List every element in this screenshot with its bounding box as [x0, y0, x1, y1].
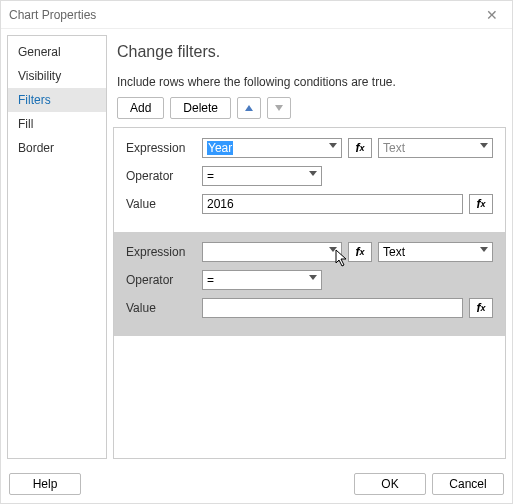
- type-value: Text: [383, 141, 405, 155]
- expression-label: Expression: [126, 245, 196, 259]
- page-title: Change filters.: [117, 43, 502, 61]
- filters-empty-area: [114, 336, 505, 458]
- help-button[interactable]: Help: [9, 473, 81, 495]
- operator-label: Operator: [126, 273, 196, 287]
- fx-button[interactable]: fx: [348, 138, 372, 158]
- expression-value: Year: [207, 141, 233, 155]
- value-input[interactable]: [202, 298, 463, 318]
- dialog-footer: Help OK Cancel: [1, 465, 512, 503]
- expression-combo[interactable]: Year: [202, 138, 342, 158]
- expression-combo[interactable]: [202, 242, 342, 262]
- fx-button[interactable]: fx: [469, 298, 493, 318]
- chart-properties-dialog: Chart Properties ✕ General Visibility Fi…: [0, 0, 513, 504]
- chevron-down-icon: [329, 143, 337, 148]
- main-panel: Change filters. Include rows where the f…: [113, 35, 506, 459]
- type-value: Text: [383, 245, 405, 259]
- sidebar-item-fill[interactable]: Fill: [8, 112, 106, 136]
- chevron-down-icon: [480, 247, 488, 252]
- ok-button[interactable]: OK: [354, 473, 426, 495]
- type-combo[interactable]: Text: [378, 138, 493, 158]
- fx-button[interactable]: fx: [469, 194, 493, 214]
- cancel-button[interactable]: Cancel: [432, 473, 504, 495]
- sidebar-item-border[interactable]: Border: [8, 136, 106, 160]
- titlebar: Chart Properties ✕: [1, 1, 512, 29]
- operator-value: =: [207, 169, 214, 183]
- chevron-down-icon: [329, 247, 337, 252]
- window-title: Chart Properties: [9, 8, 96, 22]
- sidebar: General Visibility Filters Fill Border: [7, 35, 107, 459]
- chevron-down-icon: [309, 275, 317, 280]
- filters-list: Expression Year fx Text Operator: [113, 127, 506, 459]
- arrow-down-icon: [275, 105, 283, 111]
- value-label: Value: [126, 301, 196, 315]
- chevron-down-icon: [309, 171, 317, 176]
- move-down-button[interactable]: [267, 97, 291, 119]
- operator-combo[interactable]: =: [202, 166, 322, 186]
- sidebar-item-visibility[interactable]: Visibility: [8, 64, 106, 88]
- move-up-button[interactable]: [237, 97, 261, 119]
- operator-combo[interactable]: =: [202, 270, 322, 290]
- close-icon[interactable]: ✕: [480, 5, 504, 25]
- filter-toolbar: Add Delete: [117, 97, 502, 119]
- add-button[interactable]: Add: [117, 97, 164, 119]
- value-input[interactable]: 2016: [202, 194, 463, 214]
- operator-label: Operator: [126, 169, 196, 183]
- chevron-down-icon: [480, 143, 488, 148]
- arrow-up-icon: [245, 105, 253, 111]
- delete-button[interactable]: Delete: [170, 97, 231, 119]
- fx-button[interactable]: fx: [348, 242, 372, 262]
- type-combo[interactable]: Text: [378, 242, 493, 262]
- value-label: Value: [126, 197, 196, 211]
- filter-row[interactable]: Expression Year fx Text Operator: [114, 128, 505, 232]
- filter-row[interactable]: Expression fx Text: [114, 232, 505, 336]
- sidebar-item-general[interactable]: General: [8, 40, 106, 64]
- page-subtitle: Include rows where the following conditi…: [117, 75, 502, 89]
- value-text: 2016: [207, 197, 234, 211]
- operator-value: =: [207, 273, 214, 287]
- expression-label: Expression: [126, 141, 196, 155]
- sidebar-item-filters[interactable]: Filters: [8, 88, 106, 112]
